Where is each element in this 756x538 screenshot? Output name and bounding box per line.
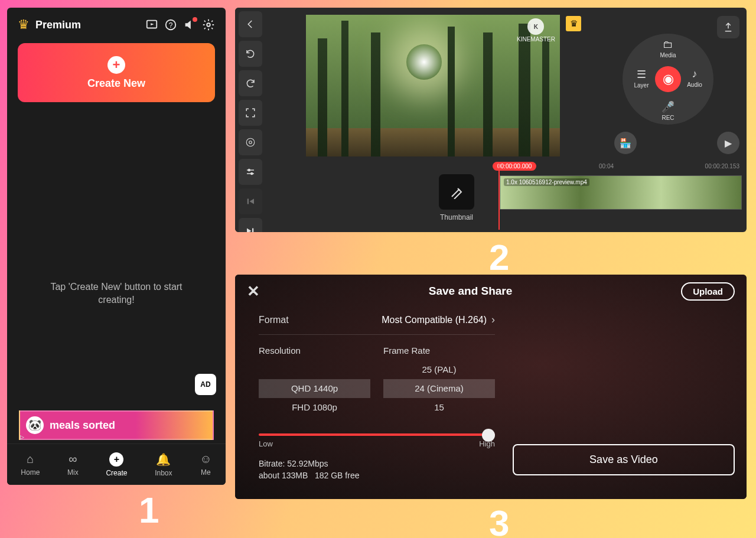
nav-create[interactable]: + Create (106, 452, 127, 477)
close-icon[interactable]: ✕ (247, 282, 260, 301)
bell-icon: 🔔 (156, 452, 171, 467)
watermark-icon: K (527, 18, 544, 35)
media-icon: 🗀 (651, 38, 685, 51)
svg-point-10 (251, 173, 253, 175)
ad-text: meals sorted (50, 419, 115, 432)
step-number-3: 3 (489, 502, 509, 538)
fullscreen-button[interactable] (239, 100, 262, 126)
editor-screen: K KINEMASTER ♛ ◉ 🗀Media ♪Audio 🎤REC ☰Lay… (235, 8, 747, 232)
layer-icon: ☰ (625, 68, 658, 81)
svg-marker-12 (250, 199, 255, 204)
wheel-rec[interactable]: 🎤REC (651, 100, 685, 121)
svg-point-9 (248, 169, 250, 171)
panda-icon: 🐼 (26, 416, 44, 434)
premium-label: Premium (35, 19, 81, 31)
svg-text:?: ? (169, 21, 173, 30)
upload-button[interactable]: Upload (681, 282, 735, 301)
framerate-picker[interactable]: 25 (PAL) 24 (Cinema) 15 (383, 360, 495, 417)
wheel-layer[interactable]: ☰Layer (625, 68, 658, 89)
left-toolbar (235, 8, 266, 232)
nav-home[interactable]: ⌂ Home (21, 452, 40, 477)
watermark: K KINEMASTER (517, 18, 555, 43)
notification-dot (193, 17, 197, 22)
nav-mix[interactable]: ∞ Mix (67, 452, 79, 477)
svg-marker-13 (247, 229, 252, 233)
jump-end-button[interactable] (239, 218, 262, 232)
slider-thumb[interactable] (482, 429, 495, 442)
premium-badge-icon[interactable]: ♛ (566, 16, 581, 31)
svg-rect-11 (247, 199, 249, 204)
wheel-audio[interactable]: ♪Audio (678, 68, 711, 88)
svg-point-6 (246, 138, 255, 146)
svg-point-4 (207, 23, 210, 27)
save-as-video-button[interactable]: Save as Video (513, 444, 735, 475)
timeline-clip[interactable]: 1.0x 1060516912-preview.mp4 (500, 175, 742, 210)
create-new-button[interactable]: + Create New (18, 43, 215, 102)
create-icon: + (109, 452, 123, 467)
thumbnail-label: Thumbnail (431, 213, 482, 221)
nav-me[interactable]: ☺ Me (200, 452, 211, 477)
jump-start-button[interactable] (239, 188, 262, 214)
home-icon: ⌂ (27, 452, 34, 466)
ad-attribution-icon: ▷ (20, 434, 24, 440)
preview-frame: K KINEMASTER (306, 15, 560, 156)
framerate-label: Frame Rate (383, 345, 495, 356)
format-label: Format (259, 315, 289, 325)
undo-button[interactable] (239, 41, 262, 67)
timeline-duration: 00:00:20.153 (705, 163, 739, 169)
step-number-2: 2 (489, 236, 509, 278)
save-share-screen: ✕ Save and Share Upload Format Most Comp… (235, 275, 747, 499)
quality-slider[interactable]: Low High (259, 426, 495, 448)
save-header: ✕ Save and Share Upload (235, 275, 747, 308)
action-wheel: ◉ 🗀Media ♪Audio 🎤REC ☰Layer (623, 34, 713, 125)
resolution-picker[interactable]: QHD 1440p FHD 1080p (259, 360, 370, 417)
svg-marker-1 (151, 23, 154, 25)
bitrate-info: Bitrate: 52.92Mbps about 133MB 182 GB fr… (259, 458, 495, 482)
home-screen: ♛ Premium ? + Create New Tap 'Create New… (7, 8, 226, 485)
resolution-label: Resolution (259, 345, 370, 356)
crown-icon: ♛ (18, 17, 30, 32)
slider-low-label: Low (259, 439, 273, 448)
svg-rect-14 (252, 229, 253, 233)
back-button[interactable] (239, 11, 262, 37)
mic-icon: 🎤 (651, 100, 685, 113)
play-button[interactable]: ▶ (717, 132, 739, 154)
redo-button[interactable] (239, 70, 262, 96)
format-row[interactable]: Format Most Compatible (H.264) › (259, 308, 495, 335)
plus-icon: + (107, 56, 125, 74)
capture-button[interactable]: ◉ (655, 66, 681, 92)
bottom-nav: ⌂ Home ∞ Mix + Create 🔔 Inbox ☺ Me (7, 444, 226, 485)
thumbnail-button[interactable] (439, 174, 474, 210)
share-button[interactable] (717, 16, 739, 38)
nav-inbox[interactable]: 🔔 Inbox (155, 452, 172, 477)
gear-icon[interactable] (202, 18, 215, 31)
timeline-ruler[interactable]: 00:00:00.000 00:04 00:00:20.153 (268, 161, 743, 174)
sound-icon[interactable] (183, 18, 196, 31)
create-new-label: Create New (87, 77, 145, 90)
clip-name: 1.0x 1060516912-preview.mp4 (504, 178, 589, 186)
mix-icon: ∞ (69, 452, 77, 466)
ad-badge-icon[interactable]: AD (195, 374, 216, 395)
ad-banner[interactable]: 🐼 meals sorted ▷ (19, 410, 214, 440)
settings-button[interactable] (239, 129, 262, 155)
empty-hint: Tap 'Create New' button to start creatin… (50, 281, 182, 306)
chevron-right-icon: › (491, 314, 495, 326)
audio-icon: ♪ (678, 68, 711, 80)
help-icon[interactable]: ? (164, 18, 177, 31)
svg-point-5 (249, 141, 252, 144)
step-number-1: 1 (139, 489, 159, 531)
store-button[interactable]: 🏪 (614, 132, 637, 154)
top-bar: ♛ Premium ? (7, 8, 226, 37)
wheel-media[interactable]: 🗀Media (651, 38, 685, 58)
cast-icon[interactable] (145, 18, 158, 31)
format-value: Most Compatible (H.264) (382, 315, 487, 325)
timeline-tick: 00:04 (599, 163, 614, 169)
save-title: Save and Share (260, 285, 681, 298)
timeline-adjust-button[interactable] (239, 159, 262, 185)
user-icon: ☺ (200, 452, 211, 466)
